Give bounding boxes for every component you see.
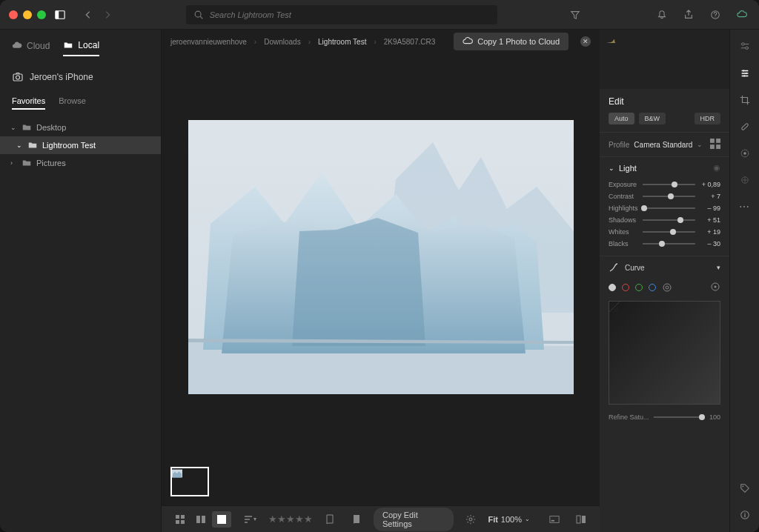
close-banner-icon[interactable]: ✕ [580, 36, 591, 47]
svg-rect-18 [577, 516, 580, 523]
tab-local[interactable]: Local [63, 40, 99, 56]
healing-icon[interactable] [738, 120, 752, 133]
profile-grid-icon[interactable] [710, 139, 720, 150]
bell-icon[interactable] [654, 7, 670, 23]
refine-value: 100 [709, 413, 720, 421]
filter-icon[interactable] [567, 7, 583, 23]
copy-to-cloud-button[interactable]: Copy 1 Photo to Cloud [454, 33, 569, 50]
tree-desktop[interactable]: ⌄ Desktop [0, 119, 161, 136]
curve-header[interactable]: Curve ▾ [600, 256, 729, 279]
more-icon[interactable]: ⋯ [738, 200, 752, 213]
target-adjust-icon[interactable] [710, 282, 720, 293]
flag-pick-icon[interactable] [320, 511, 339, 528]
slider-track[interactable] [643, 207, 695, 209]
slider-shadows[interactable]: Shadows+ 51 [600, 214, 729, 226]
info-icon[interactable] [738, 508, 752, 522]
gear-icon[interactable] [461, 511, 480, 528]
copy-edit-settings-button[interactable]: Copy Edit Settings [374, 508, 454, 531]
grid-view-icon[interactable] [170, 511, 190, 528]
keywords-icon[interactable] [738, 482, 752, 495]
main-area: jeroenvannieuwenhove› Downloads› Lightro… [162, 30, 600, 532]
svg-rect-12 [196, 516, 200, 523]
crop-icon[interactable] [738, 93, 752, 107]
eye-icon[interactable]: ◉ [713, 163, 720, 173]
svg-point-24 [663, 284, 671, 291]
parametric-curve-icon[interactable] [662, 282, 672, 293]
profile-value: Camera Standard [634, 141, 692, 149]
svg-rect-23 [716, 144, 720, 149]
slider-track[interactable] [643, 231, 695, 233]
subtab-browse[interactable]: Browse [59, 96, 86, 110]
rating-stars[interactable]: ★★★★★ [268, 513, 313, 525]
svg-point-15 [469, 518, 472, 521]
cloud-sync-icon[interactable] [734, 7, 750, 23]
sort-icon[interactable]: ▾ [239, 511, 261, 528]
masking-icon[interactable] [738, 147, 752, 160]
nav-back-icon[interactable] [80, 7, 96, 23]
tree-label: Lightroom Test [42, 141, 96, 150]
svg-rect-4 [13, 74, 22, 81]
subtab-favorites[interactable]: Favorites [12, 96, 45, 110]
crumb-downloads[interactable]: Downloads [264, 38, 300, 46]
device-row[interactable]: Jeroen's iPhone [0, 64, 161, 90]
photo-canvas[interactable] [162, 53, 600, 461]
maximize-window[interactable] [37, 10, 46, 19]
slider-blacks[interactable]: Blacks– 30 [600, 238, 729, 250]
sidebar-toggle-icon[interactable] [52, 7, 68, 23]
device-label: Jeroen's iPhone [30, 72, 93, 82]
slider-highlights[interactable]: Highlights– 99 [600, 202, 729, 214]
detail-view-icon[interactable] [212, 511, 231, 528]
folder-tree: ⌄ Desktop ⌄ Lightroom Test › Pictures [0, 116, 161, 175]
curve-channel-green[interactable] [635, 284, 643, 291]
tab-cloud[interactable]: Cloud [12, 40, 50, 56]
slider-value: – 30 [700, 240, 720, 247]
slider-track[interactable] [643, 243, 695, 245]
share-icon[interactable] [680, 7, 697, 23]
slider-value: + 51 [700, 216, 720, 224]
svg-point-43 [743, 75, 744, 76]
info-overlay-icon[interactable] [545, 511, 564, 528]
thumbnail[interactable] [170, 467, 209, 496]
svg-point-27 [715, 286, 717, 288]
search-bar[interactable] [186, 5, 497, 24]
slider-value: + 19 [700, 228, 720, 236]
auto-button[interactable]: Auto [609, 113, 634, 124]
tree-label: Pictures [36, 159, 66, 167]
curve-channel-luma[interactable] [609, 284, 616, 291]
compare-view-icon[interactable] [191, 511, 211, 528]
nav-forward-icon[interactable] [99, 7, 116, 23]
bw-button[interactable]: B&W [639, 113, 666, 124]
redeye-icon[interactable] [738, 173, 752, 187]
tone-curve[interactable] [609, 301, 720, 405]
search-input[interactable] [210, 10, 490, 19]
svg-point-38 [745, 47, 748, 50]
slider-whites[interactable]: Whites+ 19 [600, 226, 729, 238]
hdr-button[interactable]: HDR [695, 113, 721, 124]
curve-channel-blue[interactable] [649, 284, 656, 291]
slider-track[interactable] [643, 184, 695, 185]
crumb-folder[interactable]: Lightroom Test [318, 38, 366, 46]
crumb-user[interactable]: jeroenvannieuwenhove [170, 38, 247, 46]
slider-track[interactable] [643, 196, 695, 197]
slider-contrast[interactable]: Contrast+ 7 [600, 190, 729, 202]
light-section-header[interactable]: ⌄ Light ◉ [600, 157, 729, 179]
refine-saturation-row[interactable]: Refine Satu... 100 [600, 409, 729, 425]
svg-rect-44 [741, 123, 749, 130]
curve-channel-red[interactable] [622, 284, 629, 291]
before-after-icon[interactable] [571, 511, 591, 528]
edit-sliders-icon[interactable] [738, 40, 752, 53]
profile-row[interactable]: Profile Camera Standard ⌄ [600, 132, 729, 157]
slider-exposure[interactable]: Exposure+ 0,89 [600, 179, 729, 190]
slider-track[interactable] [643, 219, 695, 221]
help-icon[interactable] [707, 7, 723, 23]
zoom-fit[interactable]: Fit 100% ⌄ [488, 515, 530, 524]
adjust-icon[interactable] [738, 67, 752, 80]
crumb-file[interactable]: 2K9A5807.CR3 [384, 38, 436, 46]
svg-rect-19 [582, 516, 586, 523]
flag-reject-icon[interactable] [347, 511, 366, 528]
close-window[interactable] [9, 10, 18, 19]
tree-pictures[interactable]: › Pictures [0, 154, 161, 172]
tree-lightroom-test[interactable]: ⌄ Lightroom Test [0, 136, 161, 154]
histogram[interactable] [600, 30, 729, 89]
minimize-window[interactable] [23, 10, 32, 19]
